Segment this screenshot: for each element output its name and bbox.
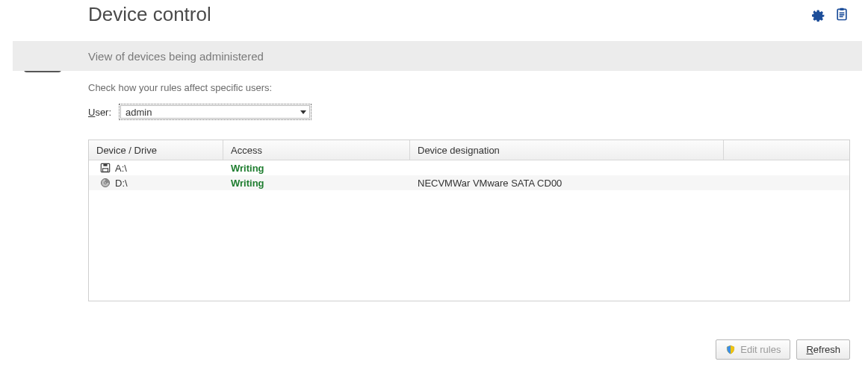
edit-rules-button[interactable]: Edit rules xyxy=(716,339,790,360)
edit-rules-label: Edit rules xyxy=(740,344,781,355)
table-row[interactable]: A:\Writing xyxy=(89,160,849,175)
svg-rect-7 xyxy=(840,8,844,10)
cell-device: A:\ xyxy=(89,163,223,174)
cell-access: Writing xyxy=(223,178,410,189)
svg-rect-12 xyxy=(103,163,107,166)
clipboard-icon[interactable] xyxy=(834,6,850,22)
refresh-label: Refresh xyxy=(806,344,840,355)
device-label: D:\ xyxy=(115,178,128,189)
section-heading-label: View of devices being administered xyxy=(88,50,264,63)
col-device[interactable]: Device / Drive xyxy=(89,140,223,160)
col-designation[interactable]: Device designation xyxy=(410,140,724,160)
section-heading: View of devices being administered xyxy=(13,41,862,71)
chevron-down-icon xyxy=(300,110,306,114)
col-extra xyxy=(724,140,849,160)
device-label: A:\ xyxy=(115,163,127,174)
rules-hint: Check how your rules affect specific use… xyxy=(88,82,850,93)
cell-access: Writing xyxy=(223,163,410,174)
page-title: Device control xyxy=(88,3,211,26)
table-header: Device / Drive Access Device designation xyxy=(89,140,849,160)
gear-icon[interactable] xyxy=(810,6,826,22)
svg-rect-13 xyxy=(102,169,108,172)
floppy-icon xyxy=(99,163,111,174)
cell-device: D:\ xyxy=(89,178,223,189)
cell-designation: NECVMWar VMware SATA CD00 xyxy=(410,178,724,189)
col-access[interactable]: Access xyxy=(223,140,410,160)
refresh-button[interactable]: Refresh xyxy=(796,339,850,360)
user-select[interactable]: admin xyxy=(119,104,311,120)
disc-icon xyxy=(99,178,111,189)
shield-icon xyxy=(725,345,736,355)
table-row[interactable]: D:\WritingNECVMWar VMware SATA CD00 xyxy=(89,175,849,190)
devices-table: Device / Drive Access Device designation… xyxy=(88,140,850,301)
user-label: User: xyxy=(88,107,111,118)
user-select-value: admin xyxy=(125,107,152,118)
